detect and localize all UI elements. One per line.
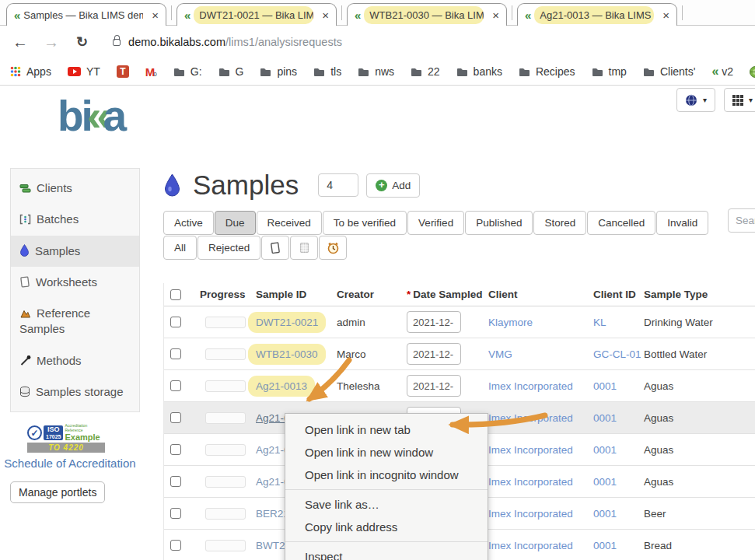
client-id-link[interactable]: 0001 — [593, 444, 617, 456]
apps-dropdown-button[interactable]: ▾ — [724, 88, 755, 112]
sample-id-link[interactable]: Ag21-0013 — [248, 376, 315, 397]
add-button[interactable]: +Add — [366, 173, 420, 198]
bookmark-item[interactable]: pins — [260, 65, 297, 78]
row-checkbox[interactable] — [170, 444, 181, 455]
sidebar-item-reference-samples[interactable]: Reference Samples — [11, 298, 139, 345]
sidebar-item-batches[interactable]: Batches — [11, 204, 139, 235]
bookmark-item[interactable]: M0 — [145, 66, 157, 78]
tab-close-icon[interactable]: × — [489, 9, 499, 22]
column-header-sample-id: Sample ID — [256, 289, 337, 300]
filter-verified[interactable]: Verified — [407, 211, 464, 235]
bookmark-item[interactable]: nws — [358, 65, 394, 78]
button-alarm-clock-icon[interactable] — [319, 236, 347, 260]
sidebar-item-samples[interactable]: Samples — [11, 236, 139, 267]
select-all-checkbox[interactable] — [170, 289, 181, 300]
bookmark-label: tls — [330, 65, 341, 78]
bookmark-item[interactable]: 22 — [411, 65, 440, 78]
browser-tab[interactable]: «WTB21-0030 — Bika LIMS× — [347, 3, 507, 26]
client-id-link[interactable]: 0001 — [593, 476, 617, 488]
bookmark-item[interactable]: G: — [173, 65, 202, 78]
client-link[interactable]: VMG — [488, 348, 512, 360]
row-checkbox[interactable] — [170, 508, 181, 519]
sidebar-item-clients[interactable]: Clients — [11, 173, 139, 204]
menu-item-save-link-as[interactable]: Save link as… — [285, 493, 488, 516]
date-sampled-input[interactable]: 2021-12- — [407, 343, 461, 365]
bookmark-item[interactable]: T — [117, 65, 129, 78]
manage-portlets-button[interactable]: Manage portlets — [10, 481, 105, 503]
tab-close-icon[interactable]: × — [149, 9, 159, 22]
sidebar-item-label: Methods — [37, 354, 82, 367]
client-link[interactable]: Imex Incorporated — [488, 412, 573, 424]
client-link[interactable]: Imex Incorporated — [488, 444, 573, 456]
client-id-link[interactable]: 0001 — [593, 508, 617, 520]
menu-item-inspect[interactable]: Inspect — [285, 545, 488, 560]
column-header-date-sampled: *Date Sampled — [407, 289, 488, 300]
client-link[interactable]: Imex Incorporated — [488, 476, 573, 488]
bika-logo[interactable]: bi«a — [58, 95, 124, 138]
client-id-link[interactable]: 0001 — [593, 540, 617, 551]
filter-invalid[interactable]: Invalid — [656, 211, 708, 235]
address-bar[interactable]: demo.bikalabs.com/lims1/analysisrequests — [128, 36, 342, 48]
client-id-link[interactable]: KL — [593, 317, 606, 328]
client-link[interactable]: Klaymore — [488, 317, 533, 328]
sample-id-link[interactable]: DWT21-0021 — [248, 312, 326, 333]
tab-close-icon[interactable]: × — [319, 9, 329, 22]
filter-stored[interactable]: Stored — [533, 211, 586, 235]
button-document-icon[interactable] — [261, 236, 289, 260]
language-dropdown-button[interactable]: ▾ — [676, 88, 715, 112]
row-checkbox[interactable] — [170, 317, 181, 327]
bookmark-item[interactable]: G — [218, 65, 244, 78]
client-link[interactable]: Imex Incorporated — [488, 380, 573, 392]
bookmark-item[interactable]: tls — [313, 65, 341, 78]
date-sampled-input[interactable]: 2021-12- — [407, 311, 461, 333]
filter-to-be-verified[interactable]: To be verified — [323, 211, 407, 235]
filter-published[interactable]: Published — [465, 211, 533, 235]
search-input[interactable] — [728, 208, 755, 233]
row-checkbox[interactable] — [170, 380, 181, 391]
sidebar-item-methods[interactable]: Methods — [11, 345, 139, 376]
client-id-link[interactable]: GC-CL-01 — [593, 348, 641, 360]
menu-item-open-link-in-new-tab[interactable]: Open link in new tab — [285, 418, 488, 441]
sidebar-item-worksheets[interactable]: Worksheets — [11, 267, 139, 298]
bookmark-item[interactable]: «v2 — [711, 65, 733, 78]
filter-active[interactable]: Active — [163, 211, 214, 235]
sidebar-item-samples-storage[interactable]: Samples storage — [11, 376, 139, 408]
bookmark-item[interactable]: banks — [456, 65, 502, 78]
client-link[interactable]: Imex Incorporated — [488, 540, 573, 551]
tab-close-icon[interactable]: × — [659, 9, 669, 22]
filter-received[interactable]: Received — [257, 211, 322, 235]
browser-tab[interactable]: «Ag21-0013 — Bika LIMS de× — [517, 3, 677, 26]
browser-tab[interactable]: «DWT21-0021 — Bika LIMS× — [177, 3, 337, 26]
bookmark-item[interactable]: YT — [68, 65, 100, 78]
filter-cancelled[interactable]: Cancelled — [587, 211, 655, 235]
row-checkbox[interactable] — [170, 412, 181, 423]
reload-icon[interactable]: ↻ — [76, 33, 88, 51]
client-id-link[interactable]: 0001 — [593, 380, 617, 392]
bookmark-item[interactable]: Clients' — [643, 65, 695, 78]
date-sampled-input[interactable]: 2021-12- — [407, 375, 461, 397]
filter-all[interactable]: All — [163, 236, 197, 260]
menu-item-open-link-in-incognito-window[interactable]: Open link in incognito window — [285, 464, 488, 486]
bookmark-item[interactable]: Recipes — [519, 65, 575, 78]
client-link[interactable]: Imex Incorporated — [488, 508, 573, 520]
forward-icon[interactable]: → — [44, 33, 59, 51]
bookmark-item[interactable]: tmp — [592, 65, 627, 78]
schedule-of-accreditation-link[interactable]: Schedule of Accreditation — [0, 457, 140, 470]
client-id-link[interactable]: 0001 — [593, 412, 617, 424]
row-checkbox[interactable] — [170, 476, 181, 487]
menu-item-open-link-in-new-window[interactable]: Open link in new window — [285, 441, 488, 464]
bookmark-item[interactable]: Apps — [10, 65, 51, 78]
back-icon[interactable]: ← — [12, 33, 28, 51]
row-checkbox[interactable] — [170, 540, 181, 551]
sample-count-input[interactable]: 4 — [318, 173, 358, 197]
bookmark-item[interactable] — [750, 66, 755, 78]
row-checkbox[interactable] — [170, 348, 181, 359]
browser-tab[interactable]: «Samples — Bika LIMS dem× — [6, 3, 166, 26]
sample-id-link[interactable]: BWT2 — [256, 540, 285, 551]
button-spreadsheet-icon[interactable] — [290, 236, 318, 260]
filter-due[interactable]: Due — [215, 211, 256, 235]
menu-separator — [285, 541, 488, 542]
menu-item-copy-link-address[interactable]: Copy link address — [285, 516, 488, 538]
sample-id-link[interactable]: WTB21-0030 — [248, 344, 326, 365]
filter-rejected[interactable]: Rejected — [197, 236, 260, 260]
